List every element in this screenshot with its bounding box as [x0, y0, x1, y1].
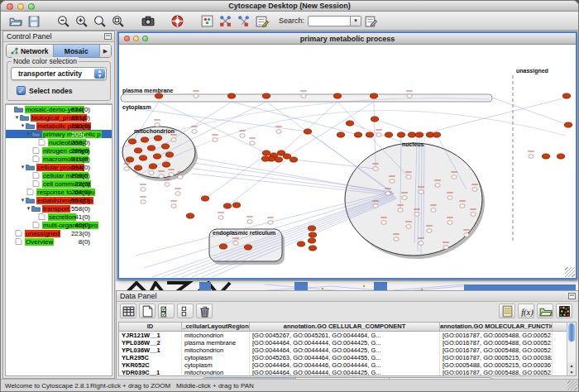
gene-node[interactable]: [308, 238, 315, 243]
gene-node[interactable]: [564, 122, 572, 127]
float-panel-icon[interactable]: [104, 33, 112, 40]
gene-node[interactable]: [162, 162, 170, 167]
gene-node[interactable]: [154, 136, 161, 141]
create-attribute-button[interactable]: [139, 304, 156, 318]
tree-item-nucleobase-[interactable]: nucleobase-209(0): [6, 138, 112, 146]
zoom-fit-button[interactable]: [90, 13, 108, 29]
tab-mosaic[interactable]: Mosaic: [54, 45, 101, 57]
tree-item-unassigned[interactable]: unassigned223(0): [6, 229, 112, 237]
window-resize-grip[interactable]: [567, 380, 577, 390]
gene-node[interactable]: [261, 156, 269, 161]
tree-item-multi-organism-pro[interactable]: multi-organism pro42(0): [6, 221, 112, 229]
gene-node[interactable]: [433, 132, 440, 137]
table-row[interactable]: YKR052Ccytoplasm[GO:0044464, GO:0044446,…: [119, 361, 567, 369]
gene-node[interactable]: [283, 154, 290, 159]
scrollbar-arrows[interactable]: ▲▼: [567, 362, 576, 375]
node-color-dropdown[interactable]: transporter activity ▲▼: [11, 67, 107, 80]
tab-network[interactable]: Network: [7, 45, 54, 57]
gene-node[interactable]: [244, 245, 251, 250]
column-header[interactable]: _cellularLayoutRegion: [182, 323, 250, 331]
gene-node[interactable]: [134, 165, 141, 170]
window-titlebar[interactable]: Cytoscape Desktop (New Session): [1, 1, 578, 12]
network-view-window[interactable]: primary metabolic process plasma membran…: [117, 31, 577, 280]
matrix-button[interactable]: [556, 304, 572, 318]
gene-node[interactable]: [161, 144, 169, 149]
zoom-selected-button[interactable]: [108, 13, 127, 29]
gene-node[interactable]: [557, 154, 564, 159]
expand-triangle-icon[interactable]: ▼: [20, 198, 26, 203]
table-row[interactable]: YDR039C__1mitochondrion[GO:0044464, GO:0…: [119, 369, 567, 375]
gene-node[interactable]: [562, 93, 570, 98]
select-all-attributes-button[interactable]: [158, 304, 175, 318]
gene-node[interactable]: [308, 226, 315, 231]
tree-item-cell-communicat[interactable]: cell communicat22(0): [6, 179, 112, 188]
column-header[interactable]: annotation.GO CELLULAR_COMPONENT: [250, 323, 440, 331]
tree-item-mosaic-demo-yeast[interactable]: mosaic-demo-yeast874(0): [6, 105, 112, 113]
gene-node[interactable]: [370, 93, 377, 98]
import-attributes-button[interactable]: [537, 304, 553, 318]
network-canvas[interactable]: plasma membranecytoplasmmitochondrionnuc…: [119, 45, 576, 278]
float-data-panel-icon[interactable]: [568, 293, 576, 299]
network-view-titlebar[interactable]: primary metabolic process: [119, 33, 576, 45]
tree-item-biological-process[interactable]: ▼biological_process651(0): [6, 113, 112, 122]
help-button[interactable]: [168, 13, 186, 29]
gene-node[interactable]: [147, 146, 155, 151]
gene-node[interactable]: [262, 151, 270, 155]
tree-item-cellular-process[interactable]: ▼cellular process614(0): [6, 163, 112, 171]
gene-node[interactable]: [201, 196, 208, 201]
gene-node[interactable]: [275, 157, 282, 162]
tree-item-primary-metabolic-p[interactable]: ▼primary metabolic p209(...: [6, 130, 112, 138]
tree-item-response-to-stimulu[interactable]: response to stimulu264(0): [6, 188, 112, 196]
column-header[interactable]: annotation.GO MOLECULAR_FUNCTION: [440, 323, 553, 331]
unselect-attributes-button[interactable]: [177, 304, 194, 318]
search-dropdown-arrow-icon[interactable]: ▾: [351, 16, 361, 26]
gene-node[interactable]: [219, 244, 227, 249]
gene-node[interactable]: [397, 132, 404, 137]
view-resize-grip[interactable]: [565, 267, 575, 277]
gene-node[interactable]: [290, 157, 297, 162]
table-scrollbar[interactable]: ▲▼: [567, 323, 576, 375]
scrollbar-thumb[interactable]: [568, 323, 575, 342]
search-input[interactable]: [308, 16, 351, 26]
tree-item-metabolic-process[interactable]: ▼metabolic process280(0): [6, 122, 112, 130]
layout-one-button[interactable]: [216, 13, 234, 29]
gene-node[interactable]: [223, 203, 231, 208]
gene-node[interactable]: [337, 132, 344, 137]
table-row[interactable]: YJR121W__1mitochondrion[GO:0045267, GO:0…: [119, 332, 567, 339]
expand-triangle-icon[interactable]: ▼: [20, 165, 26, 170]
gene-node[interactable]: [134, 148, 141, 153]
gene-node[interactable]: [149, 164, 156, 169]
gene-node[interactable]: [415, 132, 423, 137]
export-image-button[interactable]: [138, 13, 156, 29]
expand-triangle-icon[interactable]: ▼: [26, 206, 31, 211]
save-session-button[interactable]: [24, 13, 42, 29]
gene-node[interactable]: [165, 152, 173, 157]
gene-node[interactable]: [297, 241, 304, 246]
gene-node[interactable]: [408, 132, 415, 137]
table-row[interactable]: YPL036W__1mitochondrion[GO:0044464, GO:0…: [119, 347, 567, 354]
expand-triangle-icon[interactable]: ▼: [14, 115, 20, 120]
gene-node[interactable]: [346, 121, 353, 126]
gene-node[interactable]: [262, 93, 270, 98]
gene-node[interactable]: [304, 129, 311, 134]
gene-node[interactable]: [385, 132, 392, 137]
gene-node[interactable]: [155, 93, 162, 98]
open-file-button[interactable]: [6, 13, 24, 29]
select-nodes-checkbox[interactable]: ✓: [17, 86, 26, 95]
gene-node[interactable]: [309, 246, 316, 251]
gene-node[interactable]: [141, 137, 148, 142]
tree-item-establishment-of-lo[interactable]: ▼establishment of lo558(0): [6, 196, 112, 204]
gene-node[interactable]: [186, 213, 194, 218]
gene-node[interactable]: [366, 132, 373, 137]
tree-item-cellular-metabo[interactable]: cellular metabo209(0): [6, 171, 112, 179]
gene-node[interactable]: [371, 117, 378, 122]
gene-node[interactable]: [139, 155, 146, 160]
notepad-button[interactable]: [499, 304, 515, 318]
gene-node[interactable]: [227, 93, 235, 98]
attribute-grid-button[interactable]: [120, 304, 136, 318]
expand-triangle-icon[interactable]: ▼: [20, 123, 26, 128]
more-tabs-arrow-icon[interactable]: ▶: [100, 45, 111, 57]
zoom-out-button[interactable]: [54, 13, 72, 29]
tree-item-nitrogen-compo[interactable]: nitrogen compo209(0): [6, 146, 112, 155]
table-row[interactable]: YLR295Ccytoplasm[GO:0045263, GO:0044464,…: [119, 354, 567, 361]
